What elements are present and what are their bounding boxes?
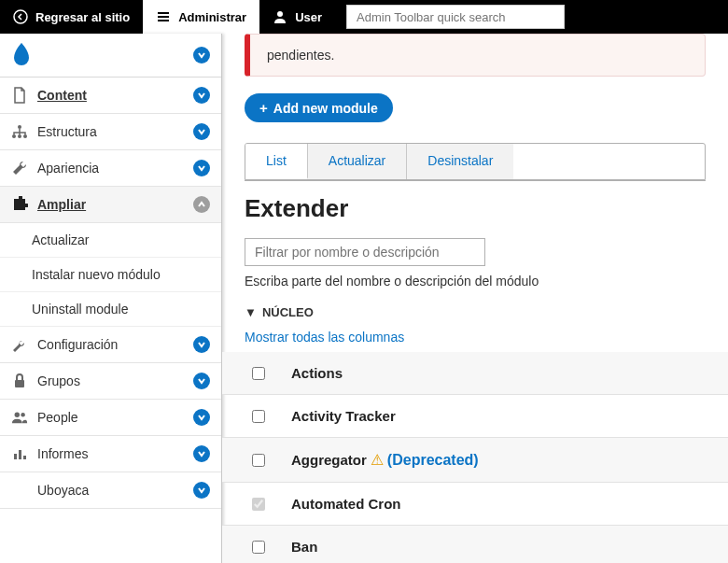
chevron-down-icon [193,445,210,462]
section-label: NÚCLEO [262,305,314,319]
tab-actualizar[interactable]: Actualizar [308,144,407,179]
sidebar-item-label: Grupos [37,373,80,388]
admin-toolbar: Regresar al sitio Administrar User [0,0,728,34]
svg-rect-6 [15,380,24,387]
chevron-up-icon [193,196,210,213]
back-icon [13,9,28,24]
module-list: ActionsActivity TrackerAggregator ⚠ (Dep… [222,352,728,563]
module-checkbox[interactable] [252,541,265,554]
back-label: Regresar al sitio [35,10,130,24]
user-menu[interactable]: User [259,0,335,34]
tab-list[interactable]: List [245,144,308,179]
drupal-icon [11,43,32,67]
structure-icon [11,123,28,140]
module-name: Activity Tracker [291,408,396,424]
chevron-down-icon [193,373,210,389]
toolbar-search-input[interactable] [346,5,565,29]
people-icon [11,409,28,426]
sidebar-sub-actualizar[interactable]: Actualizar [0,223,221,258]
chevron-down-icon [193,336,210,353]
module-checkbox[interactable] [252,367,265,380]
caret-down-icon: ▼ [245,305,257,319]
user-icon [273,9,287,24]
chevron-down-icon [193,160,210,176]
svg-point-2 [18,125,21,129]
error-alert: pendientes. [245,34,706,77]
module-checkbox [252,498,265,511]
module-name: Aggregator [291,452,367,468]
puzzle-icon [11,196,28,213]
toolbar-search [346,5,565,29]
module-checkbox[interactable] [252,454,265,467]
main-content: pendientes. + Add new module List Actual… [222,34,728,563]
filter-wrapper [245,238,706,266]
svg-rect-9 [14,454,17,459]
sidebar-item-label: Apariencia [37,161,99,176]
chevron-down-icon [193,123,210,140]
tab-desinstalar[interactable]: Desinstalar [407,144,513,179]
module-checkbox[interactable] [252,410,265,423]
sidebar-item-config[interactable]: Configuración [0,327,221,363]
module-row: Activity Tracker [222,395,728,438]
svg-rect-10 [19,450,21,459]
sidebar-item-people[interactable]: People [0,400,221,436]
module-name: Actions [291,365,343,381]
sidebar-item-label: People [37,410,78,425]
sidebar-item-label: Content [37,88,87,103]
file-icon [11,87,28,104]
blank-icon [11,482,28,499]
show-all-columns[interactable]: Mostrar todas las columnas [245,330,404,345]
sidebar-item-apariencia[interactable]: Apariencia [0,150,221,187]
alert-text: pendientes. [267,48,334,63]
svg-point-4 [18,134,21,138]
sidebar-item-informes[interactable]: Informes [0,436,221,472]
section-nucleo[interactable]: ▼ NÚCLEO [245,305,706,319]
wrench-icon [11,160,28,176]
svg-point-8 [21,413,25,417]
logo-row[interactable] [0,34,221,77]
chevron-down-icon [193,47,210,63]
svg-rect-11 [23,456,26,459]
svg-point-0 [14,10,27,23]
user-label: User [295,10,322,24]
module-row: Actions [222,352,728,395]
add-module-label: Add new module [273,101,378,116]
filter-help: Escriba parte del nombre o descripción d… [245,274,706,289]
back-to-site[interactable]: Regresar al sitio [0,0,143,34]
sidebar-item-label: Informes [37,446,88,461]
sidebar-item-content[interactable]: Content [0,77,221,114]
manage-toggle[interactable]: Administrar [143,0,259,34]
svg-point-5 [23,134,27,138]
sidebar-item-label: Uboyaca [37,483,89,498]
bar-chart-icon [11,445,28,462]
admin-sidebar: Content Estructura Apariencia Ampliar [0,34,222,563]
sidebar-item-grupos[interactable]: Grupos [0,363,221,400]
sidebar-item-label: Estructura [37,124,97,139]
sidebar-item-label: Ampliar [37,197,86,212]
sidebar-sub-instalar[interactable]: Instalar nuevo módulo [0,258,221,292]
warning-icon: ⚠ [371,451,384,469]
svg-point-3 [12,134,16,138]
filter-input[interactable] [245,238,485,266]
sidebar-sub-uninstall[interactable]: Uninstall module [0,292,221,327]
sidebar-item-label: Configuración [37,337,118,352]
deprecated-label: (Deprecated) [387,452,479,469]
sidebar-item-uboyaca[interactable]: Uboyaca [0,472,221,509]
module-row: Automated Cron [222,483,728,526]
page-title: Extender [245,194,706,223]
module-row: Aggregator ⚠ (Deprecated) [222,438,728,483]
sidebar-item-ampliar[interactable]: Ampliar [0,187,221,223]
plus-icon: + [259,100,268,116]
hamburger-icon [156,9,171,24]
add-module-button[interactable]: + Add new module [245,93,393,122]
tabs: List Actualizar Desinstalar [245,143,706,180]
chevron-down-icon [193,87,210,104]
chevron-down-icon [193,409,210,426]
manage-label: Administrar [178,10,246,24]
chevron-down-icon [193,482,210,499]
sidebar-item-estructura[interactable]: Estructura [0,114,221,150]
tab-underline [245,180,706,181]
svg-point-7 [15,413,20,417]
gear-icon [11,336,28,353]
svg-point-1 [277,11,283,17]
